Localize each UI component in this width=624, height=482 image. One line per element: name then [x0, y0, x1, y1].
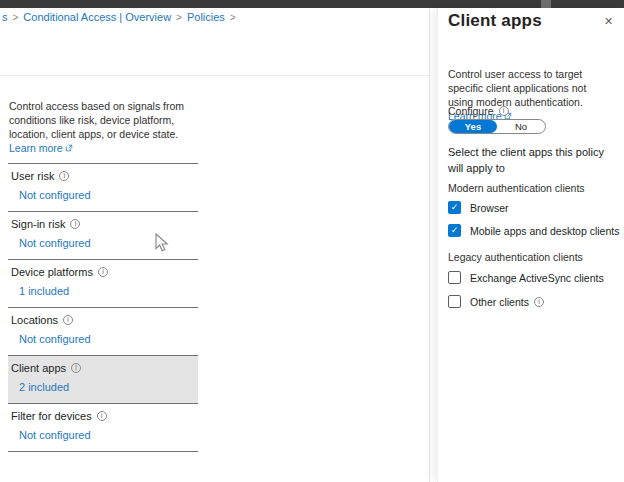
condition-value-link[interactable]: Not configured — [19, 333, 91, 345]
condition-value-link[interactable]: Not configured — [19, 429, 91, 441]
info-icon[interactable]: i — [59, 171, 69, 181]
condition-label: Device platforms — [11, 266, 93, 278]
toggle-yes-option[interactable]: Yes — [449, 120, 497, 133]
info-icon[interactable]: i — [499, 106, 509, 116]
condition-label: Locations — [11, 314, 58, 326]
client-apps-panel: Client apps ✕ Control user access to tar… — [437, 8, 624, 482]
checkbox-label: Exchange ActiveSync clients — [470, 272, 604, 284]
group-heading-legacy: Legacy authentication clients — [448, 251, 583, 263]
checkbox-row-other-clients: Other clients i — [448, 295, 544, 308]
checkbox-label: Browser — [470, 202, 509, 214]
panel-description-body: Control user access to target specific c… — [448, 68, 586, 108]
checkbox-row-exchange-activesync: Exchange ActiveSync clients — [448, 271, 604, 284]
checkbox-browser[interactable]: ✓ — [448, 201, 461, 214]
checkmark-icon: ✓ — [451, 224, 459, 237]
condition-row-user-risk[interactable]: User risk i Not configured — [8, 164, 198, 212]
configure-label-row: Configure i — [448, 105, 509, 117]
top-window-bar — [0, 0, 624, 8]
condition-row-sign-in-risk[interactable]: Sign-in risk i Not configured — [8, 212, 198, 260]
checkbox-label: Mobile apps and desktop clients — [470, 225, 619, 237]
condition-value-link[interactable]: Not configured — [19, 189, 91, 201]
info-icon[interactable]: i — [63, 315, 73, 325]
breadcrumb-link-home[interactable]: s — [2, 11, 8, 23]
breadcrumb-separator: > — [230, 12, 236, 23]
checkbox-mobile-apps[interactable]: ✓ — [448, 224, 461, 237]
condition-value-link[interactable]: Not configured — [19, 237, 91, 249]
condition-row-device-platforms[interactable]: Device platforms i 1 included — [8, 260, 198, 308]
select-prompt-text: Select the client apps this policy will … — [448, 145, 606, 177]
info-icon[interactable]: i — [534, 297, 544, 307]
condition-row-client-apps[interactable]: Client apps i 2 included — [8, 356, 198, 404]
condition-label: Filter for devices — [11, 410, 92, 422]
close-icon[interactable]: ✕ — [602, 13, 615, 30]
checkmark-icon: ✓ — [451, 201, 459, 214]
configure-label: Configure — [448, 105, 494, 117]
info-icon[interactable]: i — [71, 363, 81, 373]
checkbox-exchange-activesync[interactable] — [448, 271, 461, 284]
condition-value-link[interactable]: 1 included — [19, 285, 69, 297]
conditions-list: Control access based on signals from con… — [8, 100, 198, 452]
breadcrumb-link-policies[interactable]: Policies — [187, 11, 225, 23]
breadcrumb-separator: > — [13, 12, 19, 23]
condition-label: User risk — [11, 170, 54, 182]
condition-value-link[interactable]: 2 included — [19, 381, 69, 393]
info-icon[interactable]: i — [70, 219, 80, 229]
breadcrumb: s > Conditional Access | Overview > Poli… — [2, 11, 236, 23]
conditions-learn-more-link[interactable]: Learn more — [9, 142, 63, 154]
checkbox-other-clients[interactable] — [448, 295, 461, 308]
condition-row-filter-for-devices[interactable]: Filter for devices i Not configured — [8, 404, 198, 452]
topbar-notch — [541, 0, 551, 8]
breadcrumb-link-conditional-access[interactable]: Conditional Access | Overview — [23, 11, 171, 23]
checkbox-row-mobile-apps: ✓ Mobile apps and desktop clients — [448, 224, 619, 237]
condition-label: Client apps — [11, 362, 66, 374]
info-icon[interactable]: i — [98, 267, 108, 277]
breadcrumb-separator: > — [176, 12, 182, 23]
configure-toggle[interactable]: Yes No — [448, 119, 546, 134]
checkbox-row-browser: ✓ Browser — [448, 201, 509, 214]
condition-label: Sign-in risk — [11, 218, 65, 230]
info-icon[interactable]: i — [97, 411, 107, 421]
panel-title: Client apps — [448, 11, 542, 31]
checkbox-label: Other clients — [470, 296, 529, 308]
toolbar-divider — [0, 75, 430, 76]
content-panel-divider — [429, 8, 430, 482]
conditions-intro-text: Control access based on signals from con… — [8, 100, 198, 164]
external-link-icon — [65, 142, 73, 156]
toggle-no-option[interactable]: No — [497, 120, 545, 133]
condition-row-locations[interactable]: Locations i Not configured — [8, 308, 198, 356]
group-heading-modern: Modern authentication clients — [448, 182, 585, 194]
conditions-intro-body: Control access based on signals from con… — [9, 100, 184, 140]
